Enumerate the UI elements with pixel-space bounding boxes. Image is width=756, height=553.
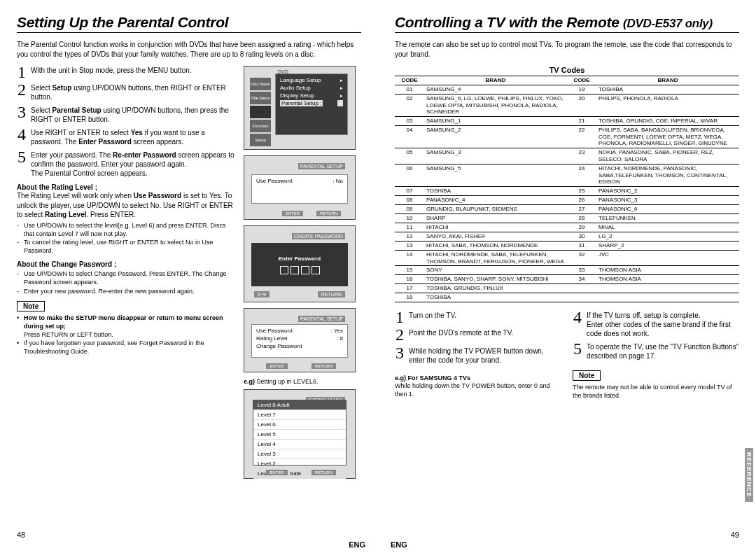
pagenum-48: 48 — [17, 531, 25, 539]
step-3: Select Parental Setup using UP/DOWN butt… — [31, 106, 235, 124]
screenshot-parental-setup-yes: PARENTAL SETUP Use Password: Yes Rating … — [244, 308, 356, 372]
note-label-left: Note — [17, 301, 45, 312]
rule — [17, 32, 361, 33]
screenshot-parental-setup-no: PARENTAL SETUP Use Password: No ENTERRET… — [244, 155, 356, 220]
screenshot-setup-menu: Disc Menu Title Menu Function Setup Lang… — [244, 66, 356, 150]
step-5: Enter your password. The Re-enter Passwo… — [31, 150, 235, 178]
left-title: Setting Up the Parental Control — [17, 14, 361, 31]
eng-right: ENG — [391, 540, 407, 549]
tv-codes-table: CODEBRAND CODEBRAND 01SAMSUNG_419TOSHIBA… — [395, 76, 739, 302]
right-page: Controlling a TV with the Remote (DVD-E5… — [378, 0, 756, 553]
about-pw-h: About the Change Password ; — [17, 260, 235, 268]
right-steps-left: 1Turn on the TV. 2Point the DVD's remote… — [395, 311, 561, 400]
rule — [395, 32, 739, 33]
right-intro: The remote can also be set up to control… — [395, 40, 739, 59]
note-body-right: The remote may not be able to control ev… — [573, 383, 739, 400]
about-rating-b: The Rating Level will work only when Use… — [17, 191, 235, 220]
reference-tab: REFERENCE — [745, 448, 753, 502]
step-2: Select Setup using UP/DOWN buttons, then… — [31, 83, 235, 102]
left-page: Setting Up the Parental Control The Pare… — [0, 0, 378, 553]
tvcodes-title: TV Codes — [395, 66, 739, 74]
left-screenshot-column: Disc Menu Title Menu Function Setup Lang… — [244, 66, 356, 484]
right-title: Controlling a TV with the Remote (DVD-E5… — [395, 14, 739, 31]
eng-left: ENG — [349, 540, 365, 549]
step-4: Use RIGHT or ENTER to select Yes if you … — [31, 128, 235, 146]
note-body-left: •How to make the SETUP menu disappear or… — [17, 314, 235, 356]
pagenum-49: 49 — [731, 531, 739, 539]
screenshot-rating-level: RATING LEVEL Level 8 Adult Level 7 Level… — [244, 389, 356, 479]
eg-level6: e.g) Setting up in LEVEL6. — [244, 378, 356, 385]
left-intro: The Parental Control function works in c… — [17, 40, 361, 59]
about-pw-bullets: -Use UP/DOWN to select Change Password. … — [17, 270, 235, 295]
right-steps-right: 4If the TV turns off, setup is complete.… — [573, 311, 739, 400]
step-1: With the unit in Stop mode, press the ME… — [31, 66, 235, 75]
screenshot-create-password: CREATE PASSWORD Enter Password 0~9 RETUR… — [244, 225, 356, 302]
note-label-right: Note — [573, 370, 601, 381]
about-rating-bullets: -Use UP/DOWN to select the level(e.g. Le… — [17, 221, 235, 255]
left-text-column: 1With the unit in Stop mode, press the M… — [17, 66, 235, 356]
about-rating-h: About the Rating Level ; — [17, 183, 235, 191]
